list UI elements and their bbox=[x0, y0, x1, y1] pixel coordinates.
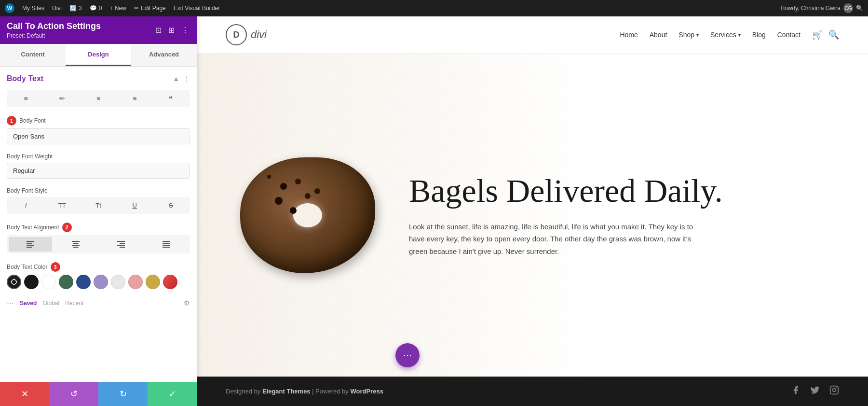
light-pink-swatch[interactable] bbox=[128, 275, 143, 289]
gold-swatch[interactable] bbox=[146, 275, 160, 289]
preview-area: D divi Home About Shop ▾ Services ▾ Blog… bbox=[197, 16, 868, 406]
svg-rect-10 bbox=[117, 245, 125, 246]
more-icon[interactable]: ⋮ bbox=[180, 25, 190, 36]
light-red-swatch[interactable] bbox=[163, 275, 177, 289]
svg-rect-1 bbox=[27, 243, 32, 244]
cart-icon[interactable]: 🛒 bbox=[812, 29, 823, 40]
recent-color-tab[interactable]: Recent bbox=[65, 300, 83, 307]
nav-home[interactable]: Home bbox=[620, 31, 637, 39]
body-font-select[interactable]: Open Sans Roboto Lato Montserrat bbox=[7, 128, 190, 144]
align-center-btn[interactable] bbox=[54, 237, 97, 252]
black-swatch[interactable] bbox=[24, 275, 39, 289]
edit-page-button[interactable]: ✏ Edit Page bbox=[134, 5, 166, 12]
svg-rect-6 bbox=[72, 245, 80, 246]
body-text-alignment-group: Body Text Alignment 2 bbox=[7, 223, 190, 253]
nav-services[interactable]: Services ▾ bbox=[710, 31, 741, 39]
svg-rect-4 bbox=[72, 241, 80, 242]
search-nav-icon[interactable]: 🔍 bbox=[828, 29, 839, 40]
panel-header-icons: ⊡ ⊞ ⋮ bbox=[154, 25, 190, 36]
new-menu[interactable]: + New bbox=[109, 5, 126, 12]
facebook-icon[interactable] bbox=[791, 385, 800, 397]
updates-count: 3 bbox=[79, 5, 82, 12]
my-sites-menu[interactable]: My Sites bbox=[22, 5, 44, 12]
list-format-btn[interactable]: ≡ bbox=[81, 92, 115, 105]
quote-format-btn[interactable]: ❝ bbox=[154, 92, 188, 105]
global-color-tab[interactable]: Global bbox=[42, 300, 59, 307]
panel-footer: ✕ ↺ ↻ ✓ bbox=[0, 382, 197, 406]
align-right-btn[interactable] bbox=[99, 237, 143, 252]
dark-green-swatch[interactable] bbox=[59, 275, 73, 289]
user-avatar: CG bbox=[843, 3, 853, 13]
floating-action-button[interactable]: ··· bbox=[395, 343, 420, 367]
cancel-button[interactable]: ✕ bbox=[0, 382, 49, 406]
svg-rect-15 bbox=[163, 247, 170, 248]
site-logo[interactable]: D divi bbox=[226, 24, 267, 45]
updates-menu[interactable]: 🔄 3 bbox=[69, 5, 82, 12]
body-text-color-label: Body Text Color 3 bbox=[7, 262, 190, 272]
twitter-icon[interactable] bbox=[810, 385, 820, 397]
panel-header: Call To Action Settings Preset: Default … bbox=[0, 16, 197, 44]
exit-builder-button[interactable]: Exit Visual Builder bbox=[174, 5, 220, 12]
white-swatch[interactable] bbox=[41, 275, 56, 289]
color-settings-icon[interactable]: ⚙ bbox=[184, 299, 190, 307]
section-more-icon[interactable]: ⋮ bbox=[183, 75, 190, 83]
split-icon[interactable]: ⊞ bbox=[167, 25, 176, 36]
body-font-weight-select[interactable]: Regular Thin Light Medium Bold bbox=[7, 163, 190, 179]
underline-btn[interactable]: U bbox=[118, 199, 152, 212]
undo-button[interactable]: ↺ bbox=[49, 382, 98, 406]
bagel-image bbox=[240, 157, 375, 273]
eyedropper-swatch[interactable] bbox=[7, 275, 21, 289]
footer-credit: Designed by Elegant Themes | Powered by … bbox=[226, 388, 383, 395]
divi-label: Divi bbox=[52, 5, 62, 12]
body-font-group: 1 Body Font Open Sans Roboto Lato Montse… bbox=[7, 116, 190, 144]
capitalize-btn[interactable]: Tt bbox=[81, 199, 115, 212]
fullscreen-icon[interactable]: ⊡ bbox=[154, 25, 163, 36]
user-menu[interactable]: Howdy, Christina Gwira CG 🔍 bbox=[781, 3, 863, 13]
color-more-icon[interactable]: ··· bbox=[7, 298, 14, 308]
ordered-list-format-btn[interactable]: ≡ bbox=[118, 92, 152, 105]
tab-content[interactable]: Content bbox=[0, 44, 66, 66]
svg-rect-11 bbox=[120, 247, 125, 248]
tab-design[interactable]: Design bbox=[66, 44, 131, 66]
svg-point-23 bbox=[836, 388, 837, 389]
italic-btn[interactable]: I bbox=[9, 199, 43, 212]
align-justify-btn[interactable] bbox=[145, 237, 188, 252]
section-title: Body Text bbox=[7, 74, 43, 83]
svg-rect-14 bbox=[163, 245, 170, 246]
svg-rect-12 bbox=[163, 241, 170, 242]
nav-contact[interactable]: Contact bbox=[777, 31, 800, 39]
light-purple-swatch[interactable] bbox=[94, 275, 108, 289]
body-font-weight-label: Body Font Weight bbox=[7, 153, 190, 160]
search-icon[interactable]: 🔍 bbox=[856, 5, 863, 12]
panel-tabs: Content Design Advanced bbox=[0, 44, 197, 67]
edit-format-btn[interactable]: ✏ bbox=[45, 92, 79, 105]
light-gray-swatch[interactable] bbox=[111, 275, 125, 289]
redo-button[interactable]: ↻ bbox=[98, 382, 148, 406]
elegant-themes-link[interactable]: Elegant Themes bbox=[262, 388, 311, 395]
nav-shop[interactable]: Shop ▾ bbox=[678, 31, 699, 39]
wp-logo-icon[interactable]: W bbox=[5, 3, 14, 13]
tab-advanced[interactable]: Advanced bbox=[131, 44, 197, 66]
strikethrough-btn[interactable]: S bbox=[154, 199, 188, 212]
nav-about[interactable]: About bbox=[650, 31, 667, 39]
body-font-style-group: Body Font Style I TT Tt U S bbox=[7, 187, 190, 214]
confirm-button[interactable]: ✓ bbox=[148, 382, 197, 406]
my-sites-label: My Sites bbox=[22, 5, 44, 12]
badge-1: 1 bbox=[7, 116, 16, 126]
comments-menu[interactable]: 💬 0 bbox=[90, 5, 102, 12]
wordpress-link[interactable]: WordPress bbox=[350, 388, 383, 395]
svg-rect-13 bbox=[163, 243, 170, 244]
svg-rect-8 bbox=[117, 241, 125, 242]
floating-dots-icon: ··· bbox=[403, 349, 412, 362]
divi-menu[interactable]: Divi bbox=[52, 5, 62, 12]
panel-preset[interactable]: Preset: Default bbox=[7, 32, 101, 39]
uppercase-btn[interactable]: TT bbox=[45, 199, 79, 212]
align-left-btn[interactable] bbox=[9, 237, 52, 252]
saved-color-tab[interactable]: Saved bbox=[20, 300, 37, 307]
dark-blue-swatch[interactable] bbox=[76, 275, 91, 289]
align-format-btn[interactable]: ≡ bbox=[9, 92, 43, 105]
nav-blog[interactable]: Blog bbox=[752, 31, 766, 39]
body-font-label: 1 Body Font bbox=[7, 116, 190, 126]
collapse-icon[interactable]: ▲ bbox=[173, 75, 179, 83]
instagram-icon[interactable] bbox=[829, 385, 839, 397]
